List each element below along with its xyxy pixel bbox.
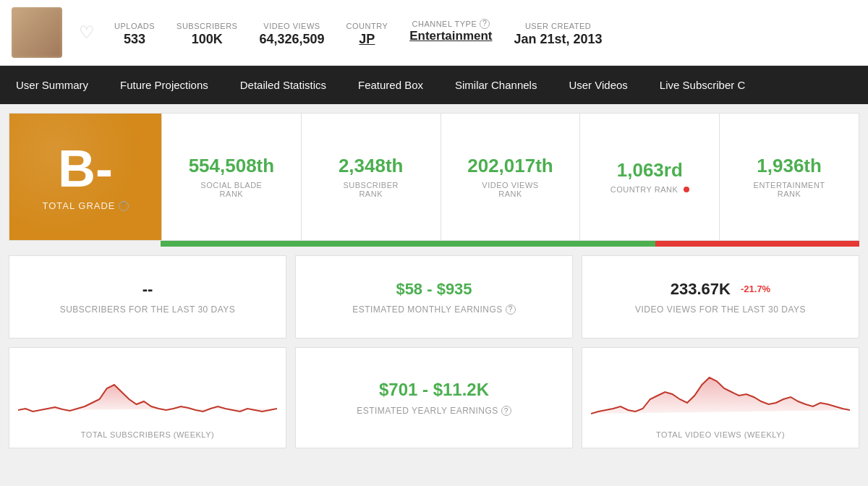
page-header: ♡ UPLOADS 533 SUBSCRIBERS 100K VIDEO VIE… xyxy=(0,0,868,66)
monthly-earnings-card: $58 - $935 ESTIMATED MONTHLY EARNINGS ? xyxy=(295,255,573,338)
nav-detailed-statistics[interactable]: Detailed Statistics xyxy=(224,66,342,104)
subscriber-rank-card: 2,348th SUBSCRIBERRANK xyxy=(301,114,441,240)
video-views-sparkline xyxy=(591,359,850,425)
subscribers-chart-area xyxy=(18,357,277,425)
monthly-earnings-label: ESTIMATED MONTHLY EARNINGS ? xyxy=(352,304,516,315)
video-views-rank-card: 202,017th VIDEO VIEWSRANK xyxy=(441,114,580,240)
social-blade-rank-value: 554,508th xyxy=(189,155,275,176)
channel-type-stat: CHANNEL TYPE ? Entertainment xyxy=(409,19,492,43)
progress-red-1 xyxy=(655,241,859,247)
channel-avatar xyxy=(12,7,62,58)
subscribers-weekly-label: TOTAL SUBSCRIBERS (WEEKLY) xyxy=(18,430,277,439)
grade-label: TOTAL GRADE ? xyxy=(42,200,128,211)
social-blade-rank-card: 554,508th SOCIAL BLADERANK xyxy=(161,114,301,240)
main-content: B- TOTAL GRADE ? 554,508th SOCIAL BLADER… xyxy=(0,104,868,457)
nav-similar-channels[interactable]: Similar Channels xyxy=(439,66,553,104)
country-stat: COUNTRY JP xyxy=(346,19,388,47)
subscribers-stat: SUBSCRIBERS 100K xyxy=(176,19,237,47)
yearly-earnings-value: $701 - $11.2K xyxy=(379,380,489,400)
nav-featured-box[interactable]: Featured Box xyxy=(342,66,439,104)
subscribers-weekly-chart-card: TOTAL SUBSCRIBERS (WEEKLY) xyxy=(9,347,286,448)
entertainment-rank-card: 1,936th ENTERTAINMENTRANK xyxy=(719,114,859,240)
entertainment-rank-label: ENTERTAINMENTRANK xyxy=(754,181,825,198)
uploads-stat: UPLOADS 533 xyxy=(114,19,155,47)
video-views-30-days-value: 233.67K -21.7% xyxy=(671,280,770,299)
social-blade-rank-label: SOCIAL BLADERANK xyxy=(200,181,262,198)
yearly-earnings-card: $701 - $11.2K ESTIMATED YEARLY EARNINGS … xyxy=(295,347,573,448)
yearly-earnings-help-icon[interactable]: ? xyxy=(501,406,511,416)
subscriber-rank-label: SUBSCRIBERRANK xyxy=(343,181,399,198)
stat-cards-row: -- SUBSCRIBERS FOR THE LAST 30 DAYS $58 … xyxy=(9,255,859,338)
nav-user-summary[interactable]: User Summary xyxy=(0,66,104,104)
progress-bars xyxy=(9,241,859,247)
video-views-chart-area xyxy=(591,357,850,425)
nav-future-projections[interactable]: Future Projections xyxy=(104,66,224,104)
grade-help-icon[interactable]: ? xyxy=(119,201,129,211)
country-rank-value: 1,063rd xyxy=(617,160,683,181)
main-nav: User Summary Future Projections Detailed… xyxy=(0,66,868,104)
subscribers-30-days-card: -- SUBSCRIBERS FOR THE LAST 30 DAYS xyxy=(9,255,286,338)
monthly-earnings-help-icon[interactable]: ? xyxy=(506,304,516,315)
chart-cards-row: TOTAL SUBSCRIBERS (WEEKLY) $701 - $11.2K… xyxy=(9,347,859,448)
nav-live-subscriber[interactable]: Live Subscriber C xyxy=(644,66,761,104)
grade-rank-row: B- TOTAL GRADE ? 554,508th SOCIAL BLADER… xyxy=(9,113,859,241)
grade-letter: B- xyxy=(58,142,113,195)
country-rank-card: 1,063rd COUNTRY RANK xyxy=(579,114,719,240)
favorite-icon[interactable]: ♡ xyxy=(74,20,100,46)
video-views-rank-label: VIDEO VIEWSRANK xyxy=(482,181,538,198)
video-views-weekly-chart-card: TOTAL VIDEO VIEWS (WEEKLY) xyxy=(582,347,859,448)
subscribers-30-days-label: SUBSCRIBERS FOR THE LAST 30 DAYS xyxy=(60,304,236,315)
subscribers-sparkline xyxy=(18,359,277,425)
grade-box: B- TOTAL GRADE ? xyxy=(9,114,161,240)
country-rank-label: COUNTRY RANK xyxy=(610,185,689,194)
video-views-rank-value: 202,017th xyxy=(467,155,553,176)
video-views-stat: VIDEO VIEWS 64,326,509 xyxy=(259,19,324,47)
video-views-30-days-card: 233.67K -21.7% VIDEO VIEWS FOR THE LAST … xyxy=(582,255,859,338)
country-dot xyxy=(684,187,689,192)
progress-green-1 xyxy=(161,241,655,247)
channel-stats: UPLOADS 533 SUBSCRIBERS 100K VIDEO VIEWS… xyxy=(114,19,856,47)
monthly-earnings-value: $58 - $935 xyxy=(396,280,472,299)
video-views-30-days-label: VIDEO VIEWS FOR THE LAST 30 DAYS xyxy=(635,304,806,315)
subscriber-rank-value: 2,348th xyxy=(339,155,404,176)
yearly-earnings-label: ESTIMATED YEARLY EARNINGS ? xyxy=(357,406,511,416)
subscribers-30-days-value: -- xyxy=(142,280,153,299)
video-views-weekly-label: TOTAL VIDEO VIEWS (WEEKLY) xyxy=(591,430,850,439)
user-created-stat: USER CREATED Jan 21st, 2013 xyxy=(514,19,603,47)
rank-cards: 554,508th SOCIAL BLADERANK 2,348th SUBSC… xyxy=(161,114,859,240)
channel-type-help-icon[interactable]: ? xyxy=(480,19,490,29)
nav-user-videos[interactable]: User Videos xyxy=(553,66,643,104)
entertainment-rank-value: 1,936th xyxy=(757,155,822,176)
video-views-badge: -21.7% xyxy=(741,284,770,294)
